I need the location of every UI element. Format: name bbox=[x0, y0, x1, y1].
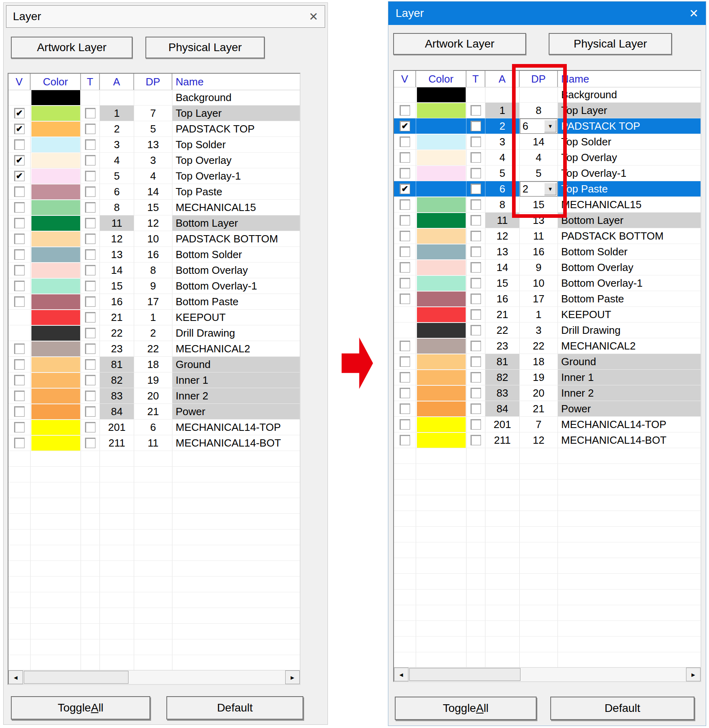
visibility-checkbox[interactable]: ✔ bbox=[400, 184, 410, 194]
display-priority-cell[interactable]: 19 bbox=[520, 370, 558, 385]
visibility-checkbox[interactable] bbox=[400, 105, 410, 116]
color-cell[interactable] bbox=[416, 432, 466, 448]
transparency-checkbox[interactable] bbox=[471, 419, 481, 430]
visibility-cell[interactable] bbox=[8, 184, 31, 199]
transparency-checkbox[interactable] bbox=[85, 422, 95, 432]
layer-row-drill-drawing[interactable]: 223Drill Drawing bbox=[394, 323, 701, 338]
transparency-checkbox[interactable] bbox=[85, 359, 95, 370]
transparency-cell[interactable] bbox=[466, 228, 485, 244]
visibility-checkbox[interactable]: ✔ bbox=[14, 171, 25, 181]
color-cell[interactable] bbox=[416, 181, 466, 196]
transparency-cell[interactable] bbox=[81, 121, 100, 136]
transparency-checkbox[interactable] bbox=[85, 218, 95, 228]
transparency-checkbox[interactable] bbox=[85, 249, 95, 260]
physical-layer-button[interactable]: Physical Layer bbox=[145, 37, 265, 58]
artwork-layer-button[interactable]: Artwork Layer bbox=[11, 37, 133, 58]
transparency-cell[interactable] bbox=[81, 388, 100, 403]
layer-row-mechanical2[interactable]: 2322MECHANICAL2 bbox=[8, 341, 300, 357]
close-icon[interactable]: ✕ bbox=[689, 7, 699, 20]
transparency-cell[interactable] bbox=[466, 197, 485, 212]
display-priority-cell[interactable]: 20 bbox=[134, 388, 172, 403]
color-cell[interactable] bbox=[416, 228, 466, 244]
color-cell[interactable] bbox=[416, 338, 466, 354]
color-cell[interactable] bbox=[416, 401, 466, 416]
scrollbar-track[interactable] bbox=[408, 668, 686, 681]
transparency-cell[interactable] bbox=[81, 215, 100, 231]
display-priority-cell[interactable]: 5 bbox=[134, 121, 172, 136]
transparency-checkbox[interactable] bbox=[471, 262, 481, 273]
visibility-checkbox[interactable] bbox=[400, 278, 410, 288]
layer-row-bottom-solder[interactable]: 1316Bottom Solder bbox=[8, 247, 300, 263]
visibility-checkbox[interactable] bbox=[400, 215, 410, 225]
visibility-cell[interactable]: ✔ bbox=[8, 121, 31, 136]
layer-row-top-solder[interactable]: 314Top Solder bbox=[394, 134, 701, 150]
transparency-cell[interactable] bbox=[81, 294, 100, 309]
transparency-cell[interactable] bbox=[81, 153, 100, 168]
visibility-checkbox[interactable] bbox=[400, 168, 410, 178]
layer-row-inner-1[interactable]: 8219Inner 1 bbox=[8, 372, 300, 388]
visibility-checkbox[interactable]: ✔ bbox=[400, 121, 410, 131]
visibility-checkbox[interactable] bbox=[14, 296, 25, 307]
transparency-cell[interactable] bbox=[81, 341, 100, 356]
visibility-checkbox[interactable]: ✔ bbox=[14, 108, 25, 118]
color-cell[interactable] bbox=[31, 357, 81, 372]
visibility-checkbox[interactable] bbox=[400, 435, 410, 445]
transparency-checkbox[interactable] bbox=[85, 234, 95, 244]
display-priority-cell[interactable]: 10 bbox=[520, 275, 558, 291]
layer-row-inner-2[interactable]: 8320Inner 2 bbox=[8, 388, 300, 404]
toggle-all-button[interactable]: Toggle All bbox=[395, 697, 537, 720]
transparency-checkbox[interactable] bbox=[471, 168, 481, 178]
transparency-cell[interactable] bbox=[81, 137, 100, 152]
layer-row-mechanical14-top[interactable]: 2017MECHANICAL14-TOP bbox=[394, 417, 701, 432]
visibility-cell[interactable] bbox=[8, 215, 31, 231]
color-cell[interactable] bbox=[31, 278, 81, 294]
close-icon[interactable]: ✕ bbox=[309, 10, 318, 23]
visibility-checkbox[interactable] bbox=[400, 419, 410, 430]
transparency-cell[interactable] bbox=[81, 420, 100, 435]
display-priority-cell[interactable]: 2▼ bbox=[520, 181, 558, 196]
transparency-checkbox[interactable] bbox=[85, 202, 95, 213]
visibility-cell[interactable] bbox=[394, 103, 416, 118]
transparency-cell[interactable] bbox=[81, 310, 100, 325]
header-color[interactable]: Color bbox=[416, 71, 466, 87]
visibility-cell[interactable] bbox=[394, 291, 416, 306]
transparency-cell[interactable] bbox=[466, 432, 485, 448]
transparency-checkbox[interactable] bbox=[471, 121, 481, 131]
header-display-priority[interactable]: DP bbox=[134, 74, 172, 90]
color-cell[interactable] bbox=[31, 137, 81, 152]
visibility-cell[interactable]: ✔ bbox=[394, 118, 416, 134]
scrollbar-thumb[interactable] bbox=[409, 668, 520, 681]
visibility-cell[interactable] bbox=[8, 435, 31, 451]
color-cell[interactable] bbox=[31, 435, 81, 451]
horizontal-scrollbar[interactable]: ◄ ► bbox=[8, 670, 300, 684]
transparency-checkbox[interactable] bbox=[471, 199, 481, 210]
visibility-checkbox[interactable] bbox=[400, 388, 410, 398]
display-priority-cell[interactable]: 4 bbox=[520, 150, 558, 165]
visibility-cell[interactable] bbox=[394, 165, 416, 181]
transparency-checkbox[interactable] bbox=[85, 406, 95, 417]
transparency-cell[interactable] bbox=[81, 200, 100, 215]
transparency-cell[interactable] bbox=[466, 103, 485, 118]
layer-row-padstack-top[interactable]: ✔25PADSTACK TOP bbox=[8, 121, 300, 137]
layer-row-mechanical14-bot[interactable]: 21111MECHANICAL14-BOT bbox=[8, 435, 300, 451]
display-priority-cell[interactable]: 11 bbox=[134, 435, 172, 451]
transparency-cell[interactable] bbox=[81, 247, 100, 262]
header-artwork-number[interactable]: A bbox=[100, 74, 134, 90]
transparency-cell[interactable] bbox=[466, 370, 485, 385]
transparency-cell[interactable] bbox=[466, 165, 485, 181]
transparency-checkbox[interactable] bbox=[471, 325, 481, 335]
display-priority-cell[interactable]: 8 bbox=[134, 263, 172, 278]
display-priority-cell[interactable]: 3 bbox=[520, 323, 558, 338]
transparency-cell[interactable] bbox=[466, 323, 485, 338]
visibility-cell[interactable] bbox=[8, 372, 31, 388]
transparency-checkbox[interactable] bbox=[85, 328, 95, 338]
transparency-checkbox[interactable] bbox=[85, 171, 95, 181]
visibility-checkbox[interactable] bbox=[14, 265, 25, 275]
visibility-cell[interactable] bbox=[394, 197, 416, 212]
color-cell[interactable] bbox=[31, 121, 81, 136]
visibility-checkbox[interactable] bbox=[14, 249, 25, 260]
display-priority-cell[interactable]: 9 bbox=[134, 278, 172, 294]
transparency-checkbox[interactable] bbox=[85, 124, 95, 134]
visibility-cell[interactable] bbox=[394, 150, 416, 165]
display-priority-cell[interactable]: 6 bbox=[134, 420, 172, 435]
